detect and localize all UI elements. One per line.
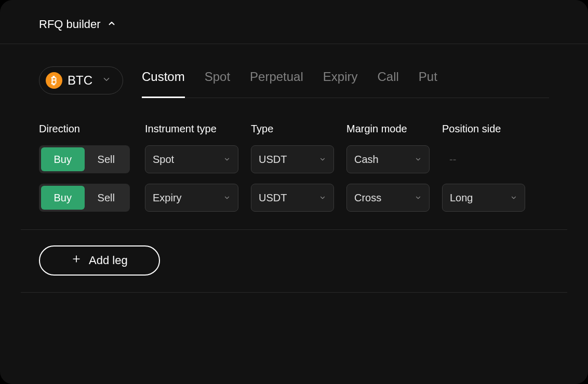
col-direction: Direction xyxy=(39,123,132,135)
margin-mode-select[interactable]: Cash xyxy=(346,145,430,173)
chevron-down-icon xyxy=(102,75,111,86)
select-value: USDT xyxy=(259,192,287,204)
margin-mode-select[interactable]: Cross xyxy=(346,184,430,212)
add-leg-section: Add leg xyxy=(0,230,588,292)
instrument-type-select[interactable]: Spot xyxy=(145,145,238,173)
tab-perpetual[interactable]: Perpetual xyxy=(250,63,303,98)
leg-row: Buy Sell Spot USDT Cash -- xyxy=(0,135,588,173)
buy-button[interactable]: Buy xyxy=(41,147,85,171)
position-side-empty: -- xyxy=(442,154,525,166)
add-leg-label: Add leg xyxy=(89,254,128,267)
chevron-down-icon xyxy=(415,192,422,204)
tab-spot[interactable]: Spot xyxy=(205,63,230,98)
toolbar: ₿ BTC Custom Spot Perpetual Expiry Call … xyxy=(0,44,588,98)
select-value: Spot xyxy=(153,154,174,166)
asset-selector[interactable]: ₿ BTC xyxy=(39,66,123,94)
chevron-down-icon xyxy=(319,192,326,204)
plus-icon xyxy=(71,254,82,267)
select-value: USDT xyxy=(259,154,287,166)
divider xyxy=(21,292,567,293)
col-instrument-type: Instrument type xyxy=(145,123,238,135)
chevron-up-icon xyxy=(107,19,116,30)
buy-button[interactable]: Buy xyxy=(41,186,85,210)
panel-title: RFQ builder xyxy=(39,18,101,31)
strategy-tabs: Custom Spot Perpetual Expiry Call Put xyxy=(142,63,549,98)
chevron-down-icon xyxy=(415,154,422,166)
chevron-down-icon xyxy=(223,154,231,166)
col-margin-mode: Margin mode xyxy=(346,123,430,135)
type-select[interactable]: USDT xyxy=(251,184,334,212)
columns-header: Direction Instrument type Type Margin mo… xyxy=(0,98,588,135)
bitcoin-icon: ₿ xyxy=(46,72,62,89)
chevron-down-icon xyxy=(223,192,231,204)
select-value: Cross xyxy=(354,192,381,204)
tab-put[interactable]: Put xyxy=(419,63,437,98)
instrument-type-select[interactable]: Expiry xyxy=(145,184,238,212)
direction-toggle: Buy Sell xyxy=(39,145,130,173)
asset-symbol: BTC xyxy=(68,73,92,88)
select-value: Long xyxy=(450,192,473,204)
tab-custom[interactable]: Custom xyxy=(142,63,185,98)
add-leg-button[interactable]: Add leg xyxy=(39,245,160,276)
select-value: Expiry xyxy=(153,192,182,204)
direction-toggle: Buy Sell xyxy=(39,184,130,212)
col-type: Type xyxy=(251,123,334,135)
col-position-side: Position side xyxy=(442,123,525,135)
tab-call[interactable]: Call xyxy=(378,63,399,98)
panel-header[interactable]: RFQ builder xyxy=(0,0,588,44)
position-side-select[interactable]: Long xyxy=(442,184,525,212)
chevron-down-icon xyxy=(319,154,326,166)
select-value: Cash xyxy=(354,154,379,166)
leg-row: Buy Sell Expiry USDT Cross Long xyxy=(0,173,588,212)
type-select[interactable]: USDT xyxy=(251,145,334,173)
tab-expiry[interactable]: Expiry xyxy=(323,63,358,98)
rfq-builder-panel: RFQ builder ₿ BTC Custom Spot Perpetual … xyxy=(0,0,588,384)
sell-button[interactable]: Sell xyxy=(85,186,128,210)
chevron-down-icon xyxy=(510,192,517,204)
sell-button[interactable]: Sell xyxy=(85,147,128,171)
